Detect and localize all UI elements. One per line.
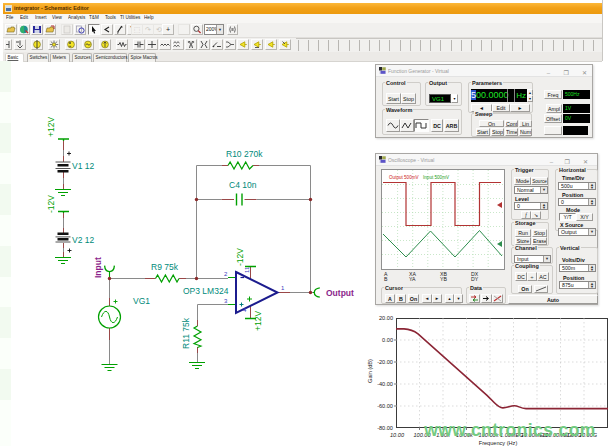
svg-text:-12V: -12V: [235, 248, 245, 266]
svg-text:0.00: 0.00: [382, 337, 393, 343]
svg-text:-12V: -12V: [46, 195, 56, 213]
svg-text:-80.00: -80.00: [377, 425, 393, 431]
svg-text:11: 11: [244, 266, 250, 273]
svg-text:+12V: +12V: [46, 117, 56, 137]
svg-text:Gain (dB): Gain (dB): [367, 359, 373, 383]
svg-text:C4 10n: C4 10n: [229, 180, 257, 190]
svg-text:-20.00: -20.00: [377, 359, 393, 365]
svg-text:Output 500mV: Output 500mV: [389, 175, 420, 180]
svg-text:3: 3: [224, 298, 228, 304]
svg-text:Input 500mV: Input 500mV: [423, 175, 450, 180]
svg-text:Output: Output: [326, 288, 354, 298]
svg-text:+12V: +12V: [253, 311, 263, 331]
svg-text:2: 2: [224, 271, 228, 277]
svg-text:V1 12: V1 12: [72, 161, 94, 171]
svg-text:R11 75k: R11 75k: [181, 317, 191, 349]
svg-text:VG1: VG1: [133, 296, 150, 306]
svg-text:20.00: 20.00: [379, 315, 393, 321]
svg-text:Input: Input: [93, 257, 103, 278]
svg-text:-60.00: -60.00: [377, 403, 393, 409]
svg-text:R9 75k: R9 75k: [151, 262, 179, 272]
svg-text:-40.00: -40.00: [377, 381, 393, 387]
svg-text:www.cntronics.com: www.cntronics.com: [423, 420, 595, 440]
svg-text:OP3 LM324: OP3 LM324: [183, 286, 229, 296]
svg-text:R10 270k: R10 270k: [226, 149, 263, 159]
svg-text:10.00: 10.00: [390, 432, 405, 438]
svg-text:V2 12: V2 12: [72, 235, 94, 245]
svg-text:Frequency (Hz): Frequency (Hz): [479, 440, 518, 446]
svg-text:1: 1: [281, 285, 285, 291]
